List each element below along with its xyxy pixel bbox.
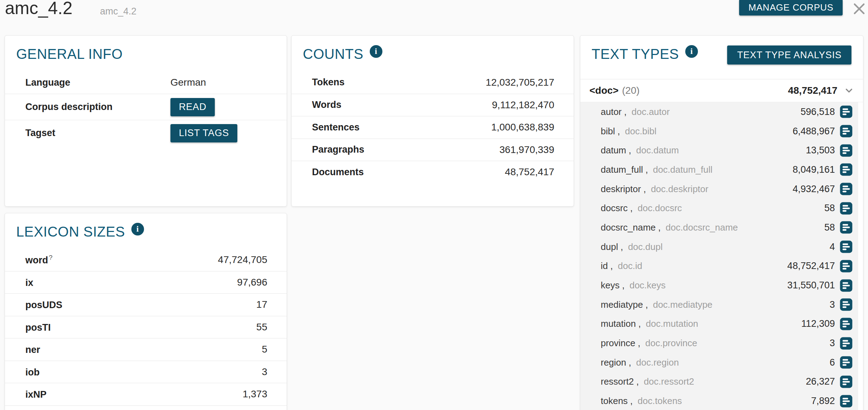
row-label: ixNP [25, 388, 47, 400]
list-values-icon[interactable] [839, 240, 853, 253]
attribute-value: 112,309 [801, 318, 835, 329]
attribute-name: region [601, 357, 626, 368]
info-icon[interactable]: i [131, 223, 144, 235]
row-value: 1,000,638,839 [491, 122, 554, 133]
attribute-path: doc.datum [636, 145, 679, 156]
list-values-icon[interactable] [839, 124, 853, 138]
attribute-name: posUDS [25, 300, 62, 310]
text-type-attribute-row: province , doc.province 3 [580, 333, 858, 353]
attribute-value: 4,932,467 [793, 184, 835, 195]
doc-attribute-count: (20) [622, 85, 639, 96]
row-value: 17 [256, 299, 267, 310]
row-value: 55 [256, 322, 267, 333]
list-values-icon[interactable] [839, 279, 853, 292]
lexicon-sizes-panel: LEXICON SIZES i word? 47,724,705 ix 97,6… [5, 213, 287, 410]
list-values-icon[interactable] [839, 221, 853, 234]
text-type-attribute-row: autor , doc.autor 596,518 [580, 102, 858, 122]
row-value: 47,724,705 [218, 254, 267, 265]
attribute-name: posTI [25, 322, 51, 333]
chevron-down-icon[interactable] [844, 85, 854, 96]
text-type-attribute-row: region , doc.region 6 [580, 353, 858, 372]
lexicon-row: ixNP 1,373 [5, 383, 287, 406]
attribute-separator: , [620, 241, 623, 252]
attribute-separator: , [610, 261, 613, 271]
attribute-separator: , [638, 338, 640, 349]
text-type-attribute-row: deskriptor , doc.deskriptor 4,932,467 [580, 179, 858, 199]
attribute-value: 4 [830, 241, 835, 252]
attribute-name: id [601, 261, 608, 271]
read-button[interactable]: READ [170, 98, 215, 116]
attribute-footnote-mark: ? [49, 254, 53, 261]
row-label: iob [25, 366, 40, 378]
attribute-path: doc.region [636, 357, 679, 368]
attribute-value: 596,518 [800, 106, 835, 117]
attribute-value: 3 [830, 299, 835, 310]
lexicon-row: word? 47,724,705 [5, 249, 287, 271]
general-info-row-description: Corpus description READ [5, 94, 287, 120]
attribute-path: doc.province [645, 338, 697, 349]
list-values-icon[interactable] [839, 337, 853, 350]
text-type-attribute-list: autor , doc.autor 596,518 bibl , doc.bib… [580, 102, 858, 410]
list-values-icon[interactable] [839, 394, 853, 408]
list-values-icon[interactable] [839, 144, 853, 157]
list-values-icon[interactable] [839, 259, 853, 273]
attribute-path: doc.dupl [628, 241, 662, 252]
attribute-path: doc.mutation [646, 318, 698, 329]
list-tags-button[interactable]: LIST TAGS [170, 124, 237, 142]
row-label: Sentences [312, 122, 360, 133]
attribute-name: bibl [601, 126, 615, 137]
attribute-separator: , [636, 376, 639, 387]
lexicon-row: iob 3 [5, 361, 287, 384]
attribute-name: ner [25, 344, 40, 355]
attribute-separator: , [658, 222, 661, 233]
attribute-name: datum [601, 145, 626, 156]
manage-corpus-button[interactable]: MANAGE CORPUS [739, 0, 843, 16]
attribute-path: doc.autor [632, 106, 670, 117]
attribute-name: docsrc_name [601, 222, 656, 233]
row-label: posTI [25, 321, 51, 333]
row-label: Documents [312, 167, 364, 178]
doc-tag: <doc> [589, 85, 618, 96]
corpus-subtitle: amc_4.2 [100, 6, 137, 17]
lexicon-row: ner 5 [5, 338, 287, 361]
row-label: Tagset [25, 128, 170, 139]
text-type-attribute-row: bibl , doc.bibl 6,488,967 [580, 122, 858, 141]
attribute-separator: , [643, 184, 646, 195]
attribute-value: 48,752,417 [787, 261, 835, 271]
text-type-analysis-button[interactable]: TEXT TYPE ANALYSIS [727, 45, 851, 65]
page-header: amc_4.2 amc_4.2 MANAGE CORPUS [0, 0, 868, 34]
row-label: Tokens [312, 77, 345, 88]
attribute-separator: , [645, 299, 648, 310]
close-icon[interactable] [852, 2, 866, 16]
row-value: 361,970,339 [499, 144, 554, 155]
attribute-name: docsrc [601, 203, 628, 214]
attribute-separator: , [645, 164, 648, 175]
attribute-separator: , [622, 280, 624, 291]
list-values-icon[interactable] [839, 298, 853, 311]
lexicon-sizes-title-text: LEXICON SIZES [16, 224, 125, 240]
row-label: word? [25, 254, 52, 266]
list-values-icon[interactable] [839, 375, 853, 388]
list-values-icon[interactable] [839, 163, 853, 176]
attribute-name: mutation [601, 318, 636, 329]
attribute-separator: , [629, 145, 631, 156]
attribute-path: doc.tokens [638, 396, 682, 406]
doc-structure-row[interactable]: <doc> (20) 48,752,417 [580, 79, 863, 102]
list-values-icon[interactable] [839, 182, 853, 196]
attribute-separator: , [629, 357, 631, 368]
text-type-attribute-row: mutation , doc.mutation 112,309 [580, 314, 858, 334]
list-values-icon[interactable] [839, 317, 853, 331]
info-icon[interactable]: i [685, 45, 698, 58]
attribute-path: doc.id [618, 261, 642, 271]
row-value: 48,752,417 [505, 166, 554, 178]
page-title: amc_4.2 [5, 0, 73, 18]
attribute-path: doc.datum_full [653, 164, 712, 175]
list-values-icon[interactable] [839, 356, 853, 369]
attribute-value: 26,327 [806, 376, 835, 387]
list-values-icon[interactable] [839, 105, 853, 118]
attribute-value: 13,503 [806, 145, 835, 156]
list-values-icon[interactable] [839, 202, 853, 215]
text-type-attribute-row: id , doc.id 48,752,417 [580, 257, 858, 276]
row-label: ner [25, 343, 41, 355]
info-icon[interactable]: i [370, 45, 382, 58]
